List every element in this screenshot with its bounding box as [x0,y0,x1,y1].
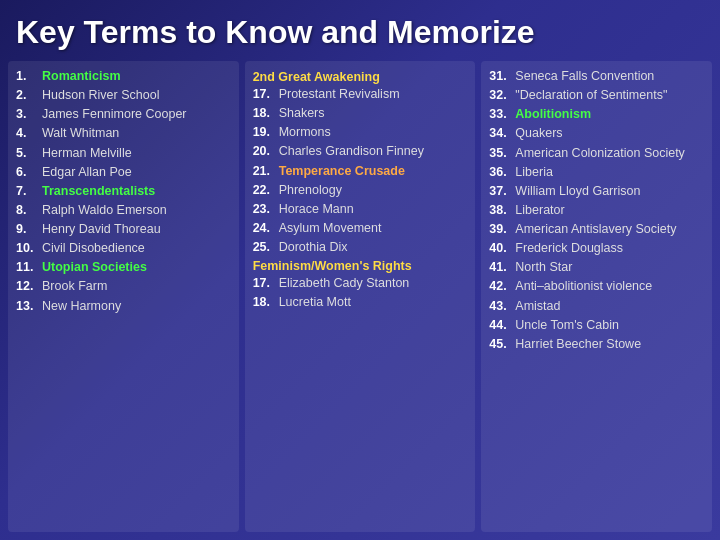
item-label: Henry David Thoreau [42,220,161,238]
list-item: 12.Brook Farm [16,277,231,295]
item-label: Hudson River School [42,86,159,104]
item-label: American Antislavery Society [515,220,676,238]
item-label: "Declaration of Sentiments" [515,86,667,104]
item-label: Uncle Tom's Cabin [515,316,619,334]
item-label: Ralph Waldo Emerson [42,201,167,219]
item-label: Lucretia Mott [279,293,351,311]
item-number: 12. [16,277,38,295]
list-item: 18.Lucretia Mott [253,293,468,311]
item-number: 37. [489,182,511,200]
item-number: 32. [489,86,511,104]
column-2: 2nd Great Awakening17.Protestant Revival… [245,61,476,532]
page-title: Key Terms to Know and Memorize [8,8,712,61]
list-item: 9.Henry David Thoreau [16,220,231,238]
list-item: 4.Walt Whitman [16,124,231,142]
list-item: 20.Charles Grandison Finney [253,142,468,160]
item-label: Quakers [515,124,562,142]
page: Key Terms to Know and Memorize 1.Romanti… [0,0,720,540]
item-number: 8. [16,201,38,219]
list-item: 33.Abolitionism [489,105,704,123]
item-label: Liberator [515,201,564,219]
item-label: Amistad [515,297,560,315]
list-item: 34.Quakers [489,124,704,142]
item-number: 7. [16,182,38,200]
list-item: 31.Seneca Falls Convention [489,67,704,85]
item-label: Protestant Revivalism [279,85,400,103]
list-item: 32."Declaration of Sentiments" [489,86,704,104]
item-label: James Fennimore Cooper [42,105,187,123]
item-label: Frederick Douglass [515,239,623,257]
item-label: Harriet Beecher Stowe [515,335,641,353]
item-number: 9. [16,220,38,238]
item-label: Elizabeth Cady Stanton [279,274,410,292]
item-label: Seneca Falls Convention [515,67,654,85]
item-number: 35. [489,144,511,162]
item-label: Utopian Societies [42,258,147,276]
item-label: Edgar Allan Poe [42,163,132,181]
list-item: 7.Transcendentalists [16,182,231,200]
item-number: 13. [16,297,38,315]
item-label: Abolitionism [515,105,591,123]
list-item: 3.James Fennimore Cooper [16,105,231,123]
list-item: 24.Asylum Movement [253,219,468,237]
item-number: 41. [489,258,511,276]
item-label: Walt Whitman [42,124,119,142]
item-number: 2. [16,86,38,104]
item-label: Temperance Crusade [279,162,405,180]
item-number: 22. [253,181,275,199]
item-number: 40. [489,239,511,257]
list-item: 35.American Colonization Society [489,144,704,162]
item-label: Horace Mann [279,200,354,218]
item-number: 39. [489,220,511,238]
list-item: 42.Anti–abolitionist violence [489,277,704,295]
item-number: 4. [16,124,38,142]
list-item: 18.Shakers [253,104,468,122]
item-number: 10. [16,239,38,257]
item-number: 42. [489,277,511,295]
list-item: 17.Protestant Revivalism [253,85,468,103]
item-number: 36. [489,163,511,181]
list-item: 25.Dorothia Dix [253,238,468,256]
item-number: 24. [253,219,275,237]
list-item: 1.Romanticism [16,67,231,85]
item-label: William Lloyd Garrison [515,182,640,200]
item-number: 18. [253,104,275,122]
list-item: 6.Edgar Allan Poe [16,163,231,181]
item-number: 43. [489,297,511,315]
item-label: Mormons [279,123,331,141]
list-item: 10.Civil Disobedience [16,239,231,257]
item-label: New Harmony [42,297,121,315]
item-number: 38. [489,201,511,219]
list-item: 5.Herman Melville [16,144,231,162]
item-number: 5. [16,144,38,162]
item-number: 3. [16,105,38,123]
list-item: 23.Horace Mann [253,200,468,218]
list-item: 17.Elizabeth Cady Stanton [253,274,468,292]
section-header-awakening: 2nd Great Awakening [253,70,468,84]
item-number: 25. [253,238,275,256]
list-item: 8.Ralph Waldo Emerson [16,201,231,219]
item-label: American Colonization Society [515,144,685,162]
list-item: 11.Utopian Societies [16,258,231,276]
list-item: 2.Hudson River School [16,86,231,104]
item-number: 19. [253,123,275,141]
item-label: Liberia [515,163,553,181]
column-1: 1.Romanticism2.Hudson River School3.Jame… [8,61,239,532]
item-number: 21. [253,162,275,180]
item-label: Asylum Movement [279,219,382,237]
list-item: 22.Phrenology [253,181,468,199]
item-number: 33. [489,105,511,123]
item-number: 17. [253,274,275,292]
item-number: 6. [16,163,38,181]
item-number: 23. [253,200,275,218]
list-item: 13.New Harmony [16,297,231,315]
item-number: 31. [489,67,511,85]
list-item: 43.Amistad [489,297,704,315]
item-label: Dorothia Dix [279,238,348,256]
list-item: 40.Frederick Douglass [489,239,704,257]
item-label: Romanticism [42,67,121,85]
item-number: 45. [489,335,511,353]
item-number: 1. [16,67,38,85]
list-item: 45.Harriet Beecher Stowe [489,335,704,353]
item-label: Charles Grandison Finney [279,142,424,160]
